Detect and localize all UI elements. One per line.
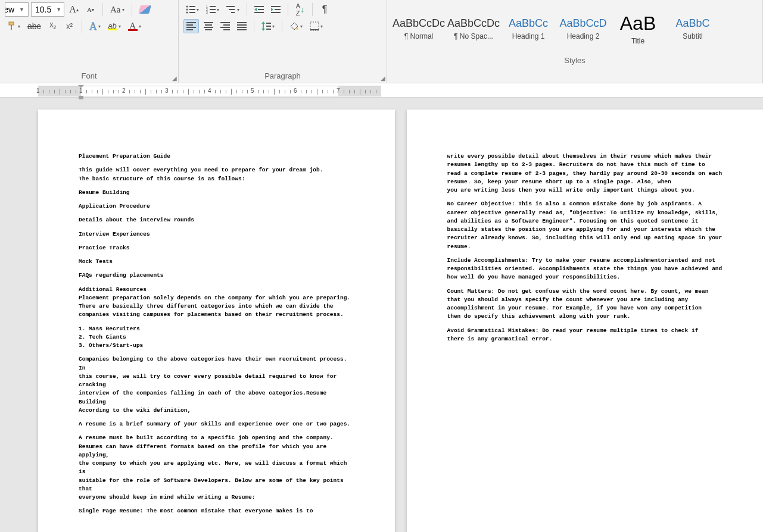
document-paragraph[interactable]: No Career Objective: This is also a comm… xyxy=(447,200,723,251)
document-paragraph[interactable]: Single Page Resume: The most common mist… xyxy=(79,507,354,515)
style-preview: AaBbCcDc xyxy=(393,17,445,30)
show-marks-button[interactable]: ¶ xyxy=(317,2,332,17)
document-area[interactable]: Placement Preparation GuideThis guide wi… xyxy=(0,98,763,532)
style-item[interactable]: AaBbCcHeading 1 xyxy=(502,2,555,55)
document-paragraph[interactable]: Companies belonging to the above categor… xyxy=(79,355,354,415)
style-preview: AaBbCc xyxy=(509,17,548,30)
strikethrough-button[interactable]: abc xyxy=(25,19,43,33)
svg-point-6 xyxy=(186,12,188,14)
justify-icon xyxy=(237,22,247,30)
document-paragraph[interactable]: Placement Preparation Guide xyxy=(79,152,354,161)
chevron-down-icon: ▾ xyxy=(139,24,141,29)
document-paragraph[interactable]: Interview Experiences xyxy=(79,230,354,239)
style-name: ¶ No Spac... xyxy=(454,32,493,40)
shrink-font-button[interactable]: A▾ xyxy=(83,2,98,17)
document-paragraph[interactable]: 1. Mass Recruiters 2. Tech Giants 3. Oth… xyxy=(79,325,354,351)
svg-rect-24 xyxy=(271,12,281,13)
format-painter-button[interactable]: ▾ xyxy=(5,19,23,33)
svg-rect-30 xyxy=(266,29,271,30)
align-left-button[interactable] xyxy=(183,19,199,33)
ruler-segment: 6 xyxy=(295,86,338,96)
svg-marker-22 xyxy=(271,8,273,11)
change-case-icon: Aa xyxy=(110,5,121,15)
multilevel-list-button[interactable]: ▾ xyxy=(224,2,242,17)
separator xyxy=(282,20,282,33)
chevron-down-icon: ▾ xyxy=(197,7,199,12)
ruler[interactable]: 11234567 xyxy=(0,83,763,98)
decrease-indent-button[interactable] xyxy=(252,2,266,17)
align-right-button[interactable] xyxy=(218,19,232,33)
chevron-down-icon: ▾ xyxy=(320,24,323,29)
document-paragraph[interactable]: Application Procedure xyxy=(79,202,354,211)
justify-button[interactable] xyxy=(235,19,249,33)
style-item[interactable]: AaBbCSubtitl xyxy=(666,2,720,55)
text-effects-button[interactable]: A ▾ xyxy=(87,19,103,33)
svg-rect-20 xyxy=(254,12,264,13)
svg-rect-7 xyxy=(189,12,195,13)
shading-button[interactable]: ▾ xyxy=(287,19,305,33)
svg-text:3: 3 xyxy=(206,11,208,14)
multilevel-icon xyxy=(226,5,236,14)
font-group-label: Font xyxy=(5,70,173,82)
svg-rect-34 xyxy=(310,29,319,30)
document-paragraph[interactable]: A resume must be built according to a sp… xyxy=(79,434,354,502)
separator xyxy=(247,3,247,16)
sort-button[interactable]: AZ↓ xyxy=(293,2,307,17)
eraser-icon xyxy=(138,5,151,14)
style-item[interactable]: AaBbCcDHeading 2 xyxy=(556,2,610,55)
separator xyxy=(312,3,313,16)
document-paragraph[interactable]: Avoid Grammatical Mistakes: Do read your… xyxy=(447,327,723,344)
svg-rect-3 xyxy=(189,6,195,7)
font-dialog-launcher[interactable]: ◢ xyxy=(172,75,177,82)
strike-icon: abc xyxy=(27,21,41,31)
document-paragraph[interactable]: Mock Tests xyxy=(79,258,354,266)
style-item[interactable]: AaBbCcDc¶ No Spac... xyxy=(447,2,500,55)
document-paragraph[interactable]: Practice Tracks xyxy=(79,244,354,252)
document-paragraph[interactable]: write every possible detail about themse… xyxy=(447,152,723,195)
svg-rect-17 xyxy=(254,6,264,7)
styles-gallery[interactable]: AaBbCcDc¶ NormalAaBbCcDc¶ No Spac...AaBb… xyxy=(392,2,758,55)
numbering-icon: 123 xyxy=(206,5,216,14)
highlight-button[interactable]: ab ▾ xyxy=(105,19,123,33)
line-spacing-icon xyxy=(261,21,271,31)
svg-marker-27 xyxy=(261,29,265,31)
svg-rect-9 xyxy=(210,6,216,7)
change-case-button[interactable]: Aa▾ xyxy=(108,2,127,17)
document-paragraph[interactable]: Resume Building xyxy=(79,189,354,197)
document-paragraph[interactable]: Count Matters: Do not get confuse with t… xyxy=(447,287,723,321)
svg-rect-14 xyxy=(226,6,235,7)
page-1[interactable]: Placement Preparation GuideThis guide wi… xyxy=(38,109,395,532)
svg-rect-23 xyxy=(275,9,281,10)
style-item[interactable]: AaBTitle xyxy=(611,2,665,55)
style-name: Title xyxy=(631,37,644,45)
superscript-icon: X2 xyxy=(66,22,73,30)
increase-indent-button[interactable] xyxy=(269,2,283,17)
line-spacing-button[interactable]: ▾ xyxy=(259,19,277,33)
document-paragraph[interactable]: This guide will cover everything you nee… xyxy=(79,166,354,183)
svg-marker-18 xyxy=(254,8,257,11)
font-name-combobox[interactable]: ew ▼ xyxy=(5,2,29,17)
align-center-button[interactable] xyxy=(201,19,216,33)
document-paragraph[interactable]: FAQs regarding placements xyxy=(79,271,354,280)
font-size-combobox[interactable]: 10.5 ▼ xyxy=(31,2,64,17)
separator xyxy=(254,20,254,33)
superscript-button[interactable]: X2 xyxy=(63,19,77,33)
paragraph-dialog-launcher[interactable]: ◢ xyxy=(381,75,385,82)
chevron-down-icon: ▾ xyxy=(272,24,275,29)
document-paragraph[interactable]: A resume is a brief summary of your skil… xyxy=(79,420,354,428)
clear-formatting-button[interactable] xyxy=(137,2,152,17)
grow-font-button[interactable]: A▴ xyxy=(67,2,81,17)
document-paragraph[interactable]: Details about the interview rounds xyxy=(79,216,354,224)
page-2[interactable]: write every possible detail about themse… xyxy=(407,109,764,532)
font-color-button[interactable]: A ▾ xyxy=(126,19,144,33)
numbering-button[interactable]: 123 ▾ xyxy=(204,2,222,17)
paintbrush-icon xyxy=(7,21,17,31)
subscript-button[interactable]: X2 xyxy=(46,19,60,33)
svg-rect-16 xyxy=(231,12,235,13)
document-paragraph[interactable]: Include Accomplishments: Try to make you… xyxy=(447,256,723,282)
style-item[interactable]: AaBbCcDc¶ Normal xyxy=(392,2,446,55)
svg-rect-28 xyxy=(266,23,271,24)
bullets-button[interactable]: ▾ xyxy=(183,2,201,17)
borders-button[interactable]: ▾ xyxy=(307,19,325,33)
document-paragraph[interactable]: Additional Resources Placement preparati… xyxy=(79,286,354,320)
